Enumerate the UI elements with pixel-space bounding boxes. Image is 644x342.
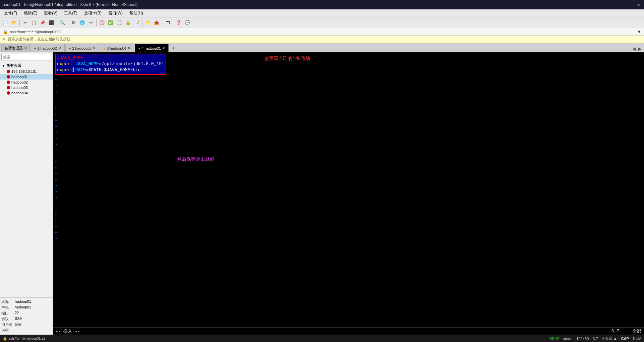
sidebar-item-192[interactable]: 192.168.10.101: [0, 69, 53, 74]
toolbar-btn9[interactable]: ✅: [107, 19, 115, 27]
all-sessions-label: 所有会话: [6, 63, 21, 68]
tab-hadoop01-close[interactable]: ✕: [162, 46, 165, 50]
status-dot-icon: [7, 70, 10, 73]
status-bar: 🔒 ssh://tom@hadoop01:22 SSH2 xterm 129×3…: [0, 335, 644, 342]
toolbar-btn12[interactable]: 📝: [133, 19, 141, 27]
open-button[interactable]: 📂: [10, 19, 18, 27]
toolbar-separator-2: [57, 19, 57, 26]
tilde-line: ~: [55, 236, 642, 242]
editor-line-export-path: export▌PATH=$PATH:$JAVA_HOME/bin: [57, 67, 164, 73]
paste-button[interactable]: 📌: [39, 19, 47, 27]
var-java-home: JAVA_HOME: [75, 61, 99, 66]
window-controls: ─ □ ✕: [621, 2, 641, 8]
tab-nav-left[interactable]: ◀: [631, 46, 637, 51]
item-label-hadoop01: hadoop01: [11, 75, 28, 79]
menu-file[interactable]: 文件(F): [1, 10, 20, 17]
prop-name: 名称 hadoop01: [1, 299, 51, 305]
menu-help[interactable]: 帮助(H): [127, 10, 146, 17]
tab-hadoop03-label: 2 hadoop03: [72, 46, 92, 50]
ssh2-label: SSH2: [549, 337, 559, 341]
toolbar-separator-5: [142, 19, 142, 26]
tilde-line: ~: [55, 136, 642, 142]
menu-view[interactable]: 查看(V): [41, 10, 60, 17]
ssh-bar-arrow[interactable]: ▼: [637, 29, 641, 34]
toolbar-separator-6: [162, 19, 162, 26]
toolbar-btn15[interactable]: 🗔: [164, 19, 172, 27]
tab-hadoop02-close[interactable]: ✕: [58, 46, 61, 50]
toolbar-btn10[interactable]: ⛶: [115, 19, 123, 27]
tilde-line: ~: [55, 89, 642, 95]
save-annotation: 然后保存退出就好: [177, 156, 215, 163]
prop-name-val: hadoop01: [15, 299, 31, 304]
cap-label: CAP: [621, 337, 629, 341]
tab-hadoop01[interactable]: ● 4 hadoop01 ✕: [135, 44, 169, 52]
menu-window[interactable]: 窗口(W): [106, 10, 125, 17]
tab-hadoop03[interactable]: ● 2 hadoop03 ✕: [65, 44, 100, 52]
new-session-button[interactable]: 📄: [1, 19, 9, 27]
tilde-line: ~: [55, 106, 642, 112]
menu-edit[interactable]: 编辑(E): [21, 10, 40, 17]
all-sessions-header[interactable]: ▼ 所有会话: [0, 62, 53, 69]
toolbar-btn4[interactable]: ⬛: [47, 19, 55, 27]
tilde-line: ~: [55, 224, 642, 230]
menu-tools[interactable]: 工具(T): [61, 10, 80, 17]
menu-tabs[interactable]: 选项卡(B): [81, 10, 104, 17]
status-right: SSH2 xterm 129×30 3,7 4 会话 ▲ CAP NUM: [549, 336, 641, 341]
minimize-button[interactable]: ─: [621, 2, 627, 8]
cursor-position: 3,7: [611, 329, 619, 334]
toolbar-btn5[interactable]: 🖥: [69, 19, 77, 27]
status-dot-icon: [7, 75, 10, 79]
sidebar-item-hadoop04[interactable]: hadoop04: [0, 90, 53, 96]
toolbar-btn7[interactable]: ✏: [87, 19, 95, 27]
session-group-all: ▼ 所有会话 192.168.10.101 hadoop01 hadoop02: [0, 62, 53, 96]
add-tab-button[interactable]: +: [169, 44, 177, 52]
tab-hadoop04[interactable]: ● 3 hadoop04 ✕: [100, 44, 134, 52]
tilde-line: ~: [55, 183, 642, 189]
terminal[interactable]: #JAVA_HOME export JAVA_HOME=/opt/module/…: [53, 52, 644, 335]
prop-protocol-key: 协议: [1, 316, 13, 322]
window-title: hadoop01 - tom@Hadoop01:/etc/profile.d -…: [3, 2, 621, 7]
dimensions: 129×30: [576, 337, 589, 341]
toolbar-btn14[interactable]: 📤: [153, 19, 161, 27]
insert-mode-label: -- 插入 --: [56, 328, 80, 334]
toolbar-btn8[interactable]: 🚫: [98, 19, 106, 27]
close-button[interactable]: ✕: [635, 2, 641, 8]
tab-nav-right[interactable]: ▶: [637, 46, 643, 51]
tab-hadoop03-close[interactable]: ✕: [93, 46, 96, 50]
terminal-content: #JAVA_HOME export JAVA_HOME=/opt/module/…: [53, 52, 644, 243]
toolbar-separator-4: [96, 19, 97, 26]
vim-mode-line: -- 插入 -- 3,7 全部: [53, 327, 644, 335]
tilde-line: ~: [55, 206, 642, 212]
copy-button[interactable]: 📋: [30, 19, 38, 27]
editor-line-comment: #JAVA_HOME: [57, 55, 164, 61]
prop-port-key: 端口: [1, 311, 13, 316]
keyword-export2: export: [57, 67, 73, 72]
tab-hadoop04-close[interactable]: ✕: [128, 46, 130, 50]
maximize-button[interactable]: □: [628, 2, 634, 8]
search-input[interactable]: [1, 54, 51, 60]
tab-hadoop04-label: 3 hadoop04: [107, 46, 126, 50]
session-mgr-close[interactable]: ✕: [24, 46, 27, 50]
tilde-line: ~: [55, 112, 642, 118]
title-bar: hadoop01 - tom@Hadoop01:/etc/profile.d -…: [0, 0, 644, 9]
prop-host-key: 主机: [1, 305, 13, 310]
ssh-bar: 🔒 ssh://tom:*******@hadoop01:22 ▼: [0, 28, 644, 36]
tilde-line: ~: [55, 195, 642, 201]
notification-bar: ➤ 要添加当前会话，点击左侧的箭头按钮.: [0, 36, 644, 43]
toolbar-btn6[interactable]: 🌐: [78, 19, 86, 27]
sidebar-item-hadoop01[interactable]: hadoop01: [0, 74, 53, 80]
toolbar-btn16[interactable]: 💬: [183, 19, 191, 27]
sessions-count: 4 会话 ▲: [602, 336, 617, 341]
toolbar-btn13[interactable]: 📁: [144, 19, 152, 27]
cut-button[interactable]: ✂: [21, 19, 29, 27]
chevron-down-icon: ▼: [2, 64, 5, 67]
toolbar-btn11[interactable]: 🔒: [124, 19, 132, 27]
sidebar-item-hadoop02[interactable]: hadoop02: [0, 80, 53, 85]
prop-host-val: hadoop01: [15, 305, 31, 310]
help-button[interactable]: ❓: [175, 19, 183, 27]
session-manager-tab[interactable]: 会话管理器 ✕: [1, 44, 30, 52]
find-button[interactable]: 🔍: [58, 19, 66, 27]
tilde-line: ~: [55, 189, 642, 195]
sidebar-item-hadoop03[interactable]: hadoop03: [0, 85, 53, 90]
tab-hadoop02[interactable]: ● 1 hadoop02 ✕: [31, 44, 65, 52]
